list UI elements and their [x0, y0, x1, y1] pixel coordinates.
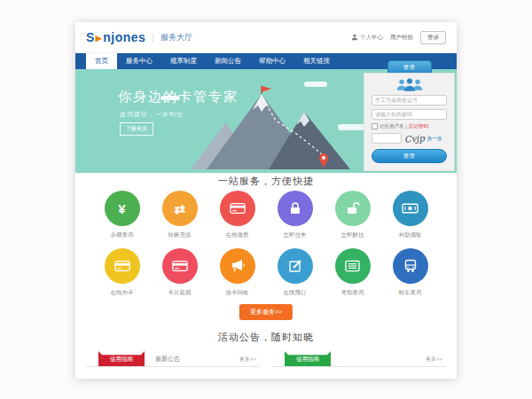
yuan-icon: ¥	[118, 202, 125, 215]
tab-latest-announcements[interactable]: 最新公告	[155, 355, 180, 366]
more-link-right[interactable]: 更多>>	[426, 356, 442, 366]
service-subsidy-collection[interactable]: 补助领取	[381, 191, 439, 248]
unlock-icon	[346, 201, 360, 215]
service-circle	[278, 248, 313, 284]
personal-center-label: 个人中心	[360, 34, 383, 42]
service-circle	[220, 191, 255, 226]
service-circle	[335, 248, 371, 284]
nav-item-news[interactable]: 新闻公告	[206, 53, 250, 69]
tab-user-guide-right[interactable]: 使用指南	[285, 351, 331, 366]
service-circle	[105, 248, 140, 284]
remember-checkbox[interactable]	[372, 123, 378, 129]
nav-item-links[interactable]: 相关链接	[294, 53, 339, 69]
service-report-loss[interactable]: 立即挂失	[266, 191, 324, 248]
portal-name: 服务大厅	[160, 32, 192, 43]
captcha-row: Cvjp 换一张	[372, 133, 447, 144]
service-circle	[162, 248, 198, 284]
service-online-booking[interactable]: 在线预订	[266, 248, 324, 306]
nav-item-service-center[interactable]: 服务中心	[117, 53, 161, 69]
header-right: 个人中心 用户校验 登录	[351, 31, 446, 44]
service-circle	[220, 248, 255, 284]
guide-column: 使用指南 最新公告 更多>>	[86, 351, 260, 367]
nav-item-home[interactable]: 首页	[86, 53, 117, 69]
service-circle: ⇄	[162, 191, 198, 226]
captcha-image[interactable]: Cvjp	[404, 133, 426, 145]
user-verify-link[interactable]: 用户校验	[390, 34, 413, 42]
portal-page: S ▶ njones | 服务大厅 个人中心 用户校验 登录 首页 服务中心 规…	[75, 22, 457, 379]
separator: |	[406, 124, 407, 129]
service-label: 卡片延期	[168, 289, 192, 297]
service-online-card-apply[interactable]: 在线办卡	[93, 248, 151, 306]
service-circle	[393, 191, 428, 226]
username-field[interactable]	[372, 95, 447, 106]
nav-item-rules[interactable]: 规章制度	[161, 53, 206, 69]
nav-item-help-center[interactable]: 帮助中心	[250, 53, 294, 69]
service-online-payment[interactable]: 在线缴费	[208, 191, 266, 248]
logo-text-pre: S	[86, 30, 95, 44]
header-login-button[interactable]: 登录	[420, 31, 446, 44]
service-label: 拾卡回收	[226, 289, 249, 297]
hero-cta-button[interactable]: 了解更多	[120, 122, 153, 136]
list-icon	[345, 260, 360, 272]
person-icon	[351, 34, 358, 41]
login-submit-button[interactable]: 登录	[372, 149, 447, 163]
captcha-field[interactable]	[372, 133, 402, 144]
service-school-bus-inquiry[interactable]: 校车查询	[381, 248, 439, 306]
service-label: 在线预订	[284, 289, 307, 297]
captcha-refresh-link[interactable]: 换一张	[427, 136, 442, 142]
service-card-extension[interactable]: 卡片延期	[151, 248, 208, 306]
services-heading: 一站服务，方便快捷	[75, 175, 457, 188]
forgot-password-link[interactable]: 忘记密码	[409, 123, 428, 129]
service-label: 余额查询	[111, 231, 134, 239]
announcement-columns: 使用指南 最新公告 更多>> 使用指南 更多>>	[86, 351, 446, 367]
service-label: 在线缴费	[226, 231, 249, 239]
site-header: S ▶ njones | 服务大厅 个人中心 用户校验 登录	[75, 22, 457, 53]
service-circle	[278, 191, 313, 226]
service-circle: ¥	[105, 191, 140, 226]
user-verify-label: 用户校验	[390, 34, 413, 42]
remember-label: 记住用户名	[379, 123, 404, 129]
hero-subtitle: 提供捷径，一步到位	[120, 110, 184, 119]
service-lost-card-recovery[interactable]: 拾卡回收	[208, 248, 266, 306]
service-label: 立即挂失	[284, 231, 307, 239]
service-circle	[393, 248, 428, 284]
service-label: 立即解挂	[341, 231, 364, 239]
login-form: 记住用户名 | 忘记密码 Cvjp 换一张 登录	[364, 73, 455, 171]
faq-column: 使用指南 更多>>	[272, 351, 446, 367]
bus-icon	[403, 259, 418, 273]
more-link-left[interactable]: 更多>>	[239, 356, 256, 366]
remember-row: 记住用户名 | 忘记密码	[372, 123, 447, 129]
services-grid: ¥ 余额查询 ⇄ 转账充值 在线缴费 立即挂失 立即解挂	[93, 191, 439, 306]
login-tab[interactable]: 登录	[387, 60, 432, 73]
service-transfer-recharge[interactable]: ⇄ 转账充值	[151, 191, 208, 248]
card-icon	[230, 202, 246, 215]
transfer-icon: ⇄	[174, 202, 185, 215]
users-group-icon	[394, 77, 426, 92]
login-panel: 登录 记住用户名 | 忘记密码 Cvjp 换一张 登录	[364, 60, 455, 171]
header-divider: |	[152, 33, 154, 43]
announcements-heading: 活动公告，随时知晓	[75, 331, 457, 344]
service-circle	[335, 191, 371, 226]
logo-arrow-icon: ▶	[96, 34, 102, 43]
service-label: 转账充值	[168, 231, 192, 239]
service-label: 考勤查询	[341, 289, 364, 297]
megaphone-icon	[231, 259, 245, 273]
service-unlock-card[interactable]: 立即解挂	[324, 191, 381, 248]
tab-user-guide-left[interactable]: 使用指南	[98, 351, 145, 366]
banknote-icon	[402, 202, 419, 215]
logo-text-post: njones	[103, 30, 145, 44]
service-label: 补助领取	[399, 231, 422, 239]
card-icon	[114, 260, 130, 272]
synjones-logo[interactable]: S ▶ njones	[86, 30, 145, 44]
service-label: 校车查询	[399, 289, 422, 297]
password-field[interactable]	[372, 109, 447, 120]
service-label: 在线办卡	[111, 289, 134, 297]
service-attendance-inquiry[interactable]: 考勤查询	[324, 248, 381, 306]
service-balance-inquiry[interactable]: ¥ 余额查询	[93, 191, 151, 248]
card-icon	[172, 260, 188, 272]
hero-title: 你身边的卡管专家	[118, 89, 239, 106]
personal-center-link[interactable]: 个人中心	[351, 34, 383, 42]
more-services-button[interactable]: 更多服务>>	[239, 304, 293, 320]
lock-icon	[288, 201, 302, 215]
edit-icon	[288, 259, 302, 273]
